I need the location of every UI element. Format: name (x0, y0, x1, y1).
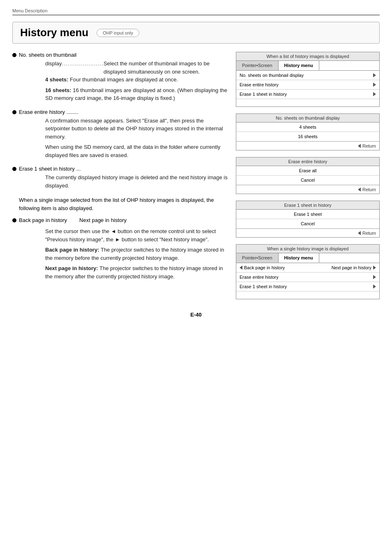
panel5-item-1: Erase entire history (236, 273, 379, 282)
main-content: No. sheets on thumbnail display ........… (12, 52, 380, 299)
panel1-item-2: Erase 1 sheet in history (236, 90, 379, 99)
menu-description-header: Menu Description (12, 8, 380, 15)
arrow-right-icon-1 (373, 83, 376, 87)
erase-entire-label: Erase entire history ........ (19, 109, 78, 115)
panel5-item-back-next: Back page in history Next page in histor… (236, 263, 379, 273)
panel4-return-btn[interactable]: Return (358, 231, 376, 236)
panel1-tab-bar: Pointer•Screen History menu (236, 61, 379, 71)
bullet-icon-back-next (12, 218, 16, 222)
panel2-bottom-bar: Return (236, 141, 379, 150)
panel5-arrow-1 (373, 275, 376, 279)
return-arrow-left-icon-3 (358, 187, 361, 192)
arrow-right-icon-2 (373, 92, 376, 96)
panel3-item-0: Erase all (236, 166, 379, 176)
no-sheets-label: No. sheets on thumbnail (19, 52, 76, 58)
ohp-badge: OHP input only (97, 29, 139, 37)
panel1-item-1: Erase entire history (236, 80, 379, 90)
page-footer: E-40 (12, 312, 380, 318)
return-arrow-left-icon (358, 144, 361, 148)
panel4-bottom-bar: Return (236, 229, 379, 237)
intro-text: When a single image selected from the li… (19, 196, 228, 212)
bullet-row-no-sheets: No. sheets on thumbnail (12, 52, 228, 58)
panel1-item-0: No. sheets on thumbnail display (236, 71, 379, 80)
back-page-arrow-icon (240, 266, 242, 270)
back-next-desc: Set the cursor then use the ◄ button on … (45, 227, 228, 280)
panel3-title: Erase entire history (236, 157, 379, 166)
bullet-icon-no-sheets (12, 53, 16, 57)
section-erase-entire: Erase entire history ........ A confirma… (12, 109, 228, 160)
erase-1-label: Erase 1 sheet in history ... (19, 166, 81, 172)
section-no-sheets: No. sheets on thumbnail display ........… (12, 52, 228, 102)
arrow-right-icon-0 (373, 73, 376, 77)
sheets-16: 16 sheets: 16 thumbnail images are displ… (45, 86, 228, 102)
panel1-title: When a list of history images is display… (236, 52, 379, 61)
erase-entire-desc: A confirmation message appears. Select "… (45, 117, 228, 160)
bullet-row-back-next: Back page in history Next page in histor… (12, 217, 228, 226)
no-sheets-desc: display ...................... Select th… (45, 60, 228, 102)
dots-0: ...................... (62, 60, 103, 76)
panel4-title: Erase 1 sheet in history (236, 201, 379, 210)
panel2-item-0: 4 sheets (236, 123, 379, 132)
panel4-item-0: Erase 1 sheet (236, 210, 379, 219)
section-back-next: Back page in history Next page in histor… (12, 217, 228, 280)
panel4-item-1: Cancel (236, 219, 379, 229)
bullet-icon-erase-1 (12, 167, 16, 171)
panel-list-history: When a list of history images is display… (236, 52, 380, 107)
panel5-tab-pointer[interactable]: Pointer•Screen (236, 253, 279, 263)
label-suffix: display (45, 60, 62, 76)
next-page-arrow-icon (373, 266, 376, 270)
panel2-item-1: 16 sheets (236, 132, 379, 141)
return-arrow-left-icon-4 (358, 231, 361, 235)
next-page-desc: Next page in history: The projector swit… (45, 264, 228, 280)
panel2-title: No. sheets on thumbnail display (236, 114, 379, 123)
bullet-row-erase-1: Erase 1 sheet in history ... (12, 166, 228, 172)
left-column: No. sheets on thumbnail display ........… (12, 52, 228, 299)
erase-1-desc: The currently displayed history image is… (45, 173, 228, 190)
title-bar: History menu OHP input only (12, 22, 380, 44)
panel2-return-btn[interactable]: Return (358, 143, 376, 148)
panel5-title: When a single history image is displayed (236, 245, 379, 253)
dotted-label: display ...................... Select th… (45, 60, 228, 76)
menu-description-label: Menu Description (12, 8, 48, 13)
section-erase-1-sheet: Erase 1 sheet in history ... The current… (12, 166, 228, 190)
sheets-4: 4 sheets: Four thumbnail images are disp… (45, 76, 228, 84)
history-menu-title: History menu (20, 26, 88, 39)
panel3-bottom-bar: Return (236, 185, 379, 194)
panel1-tab-pointer[interactable]: Pointer•Screen (236, 61, 279, 70)
panel-erase-1-sheet: Erase 1 sheet in history Erase 1 sheet C… (236, 201, 380, 238)
page-number: E-40 (190, 312, 201, 318)
next-page-label: Next page in history (79, 217, 127, 223)
panel1-tab-history[interactable]: History menu (279, 61, 319, 70)
panel5-arrow-2 (373, 284, 376, 289)
panel-single-history: When a single history image is displayed… (236, 244, 380, 299)
bullet-icon-erase-entire (12, 110, 16, 114)
back-next-row: Back page in history Next page in histor… (19, 217, 127, 223)
panel5-item-2: Erase 1 sheet in history (236, 282, 379, 291)
panel-erase-entire: Erase entire history Erase all Cancel Re… (236, 157, 380, 194)
bullet-row-erase-entire: Erase entire history ........ (12, 109, 228, 115)
back-page-label: Back page in history (19, 217, 67, 223)
panel3-return-btn[interactable]: Return (358, 187, 376, 192)
panel5-tab-bar: Pointer•Screen History menu (236, 253, 379, 263)
back-page-desc: Back page in history: The projector swit… (45, 246, 228, 262)
desc-intro-0: Select the number of thumbnail images to… (104, 60, 228, 76)
panel3-item-1: Cancel (236, 176, 379, 185)
panel-no-sheets: No. sheets on thumbnail display 4 sheets… (236, 113, 380, 150)
right-column: When a list of history images is display… (236, 52, 380, 299)
panel5-tab-history[interactable]: History menu (279, 253, 319, 263)
